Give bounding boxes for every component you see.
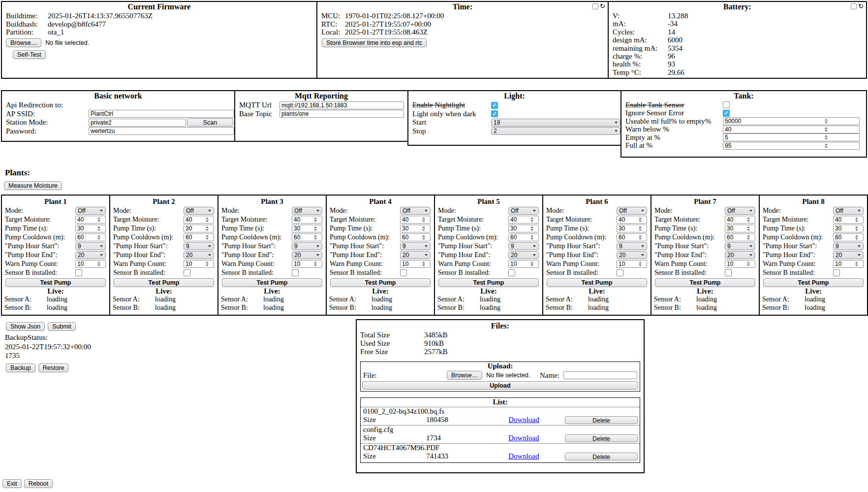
spinner-arrows-icon[interactable] — [307, 216, 322, 223]
pump-cooldown-input[interactable]: 60 — [292, 233, 322, 241]
pump-hour-start-select[interactable]: 9 — [617, 242, 647, 250]
spinner-arrows-icon[interactable] — [91, 234, 105, 241]
upload-button[interactable]: Upload — [362, 381, 638, 390]
useable-ml-input[interactable]: 50000 — [723, 117, 860, 125]
delete-button[interactable]: Delete — [565, 416, 638, 424]
password-input[interactable] — [89, 127, 234, 135]
sensor-b-installed-checkbox[interactable] — [400, 269, 407, 276]
pump-cooldown-input[interactable]: 60 — [184, 233, 214, 241]
measure-moisture-button[interactable]: Measure Moisture — [4, 181, 62, 190]
spinner-arrows-icon[interactable] — [740, 234, 755, 241]
show-json-button[interactable]: Show Json — [6, 322, 45, 331]
test-pump-button[interactable]: Test Pump — [330, 278, 431, 287]
target-moisture-input[interactable]: 40 — [833, 216, 864, 224]
pump-time-input[interactable]: 30 — [400, 225, 431, 232]
spinner-arrows-icon[interactable] — [791, 118, 859, 125]
spinner-arrows-icon[interactable] — [199, 261, 214, 267]
pump-hour-end-select[interactable]: 20 — [508, 251, 539, 259]
target-moisture-input[interactable]: 40 — [725, 216, 755, 224]
mode-select[interactable]: Off — [725, 207, 755, 215]
download-link[interactable]: Download — [508, 416, 539, 424]
light-start-select[interactable]: 19 — [491, 119, 620, 127]
pump-cooldown-input[interactable]: 60 — [400, 233, 431, 241]
spinner-arrows-icon[interactable] — [632, 261, 647, 267]
spinner-arrows-icon[interactable] — [848, 261, 863, 267]
upload-name-input[interactable] — [563, 371, 637, 379]
restore-button[interactable]: Restore — [38, 363, 69, 372]
upload-browse-button[interactable]: Browse… — [447, 371, 482, 380]
download-link[interactable]: Download — [508, 434, 539, 442]
spinner-arrows-icon[interactable] — [199, 216, 214, 223]
pump-time-input[interactable]: 30 — [184, 225, 214, 232]
pump-cooldown-input[interactable]: 60 — [508, 233, 539, 241]
test-pump-button[interactable]: Test Pump — [222, 278, 322, 287]
battery-auto-refresh-checkbox[interactable] — [851, 3, 857, 9]
target-moisture-input[interactable]: 40 — [508, 216, 539, 224]
spinner-arrows-icon[interactable] — [791, 142, 859, 149]
spinner-arrows-icon[interactable] — [740, 261, 755, 267]
mode-select[interactable]: Off — [617, 207, 647, 215]
test-pump-button[interactable]: Test Pump — [547, 278, 647, 287]
spinner-arrows-icon[interactable] — [415, 234, 430, 241]
test-pump-button[interactable]: Test Pump — [114, 278, 214, 287]
pump-time-input[interactable]: 30 — [725, 225, 755, 232]
pump-time-input[interactable]: 30 — [508, 225, 539, 232]
pump-time-input[interactable]: 30 — [292, 225, 322, 232]
time-auto-refresh-checkbox[interactable] — [592, 3, 598, 9]
warn-pump-count-input[interactable]: 10 — [400, 260, 431, 268]
pump-hour-end-select[interactable]: 20 — [617, 251, 647, 259]
pump-time-input[interactable]: 30 — [833, 225, 864, 232]
warn-pump-count-input[interactable]: 10 — [833, 260, 864, 268]
spinner-arrows-icon[interactable] — [524, 225, 538, 232]
empty-at-input[interactable]: 5 — [723, 133, 860, 141]
pump-cooldown-input[interactable]: 60 — [75, 233, 106, 241]
spinner-arrows-icon[interactable] — [848, 216, 863, 223]
mqtt-url-input[interactable] — [279, 101, 404, 109]
target-moisture-input[interactable]: 40 — [617, 216, 647, 224]
reboot-button[interactable]: Reboot — [24, 479, 53, 488]
store-browser-time-button[interactable]: Store Browser time into esp and rtc — [322, 38, 427, 47]
spinner-arrows-icon[interactable] — [307, 234, 322, 241]
spinner-arrows-icon[interactable] — [199, 225, 214, 232]
sensor-b-installed-checkbox[interactable] — [617, 269, 623, 276]
mode-select[interactable]: Off — [833, 207, 864, 215]
light-stop-select[interactable]: 2 — [491, 127, 620, 135]
spinner-arrows-icon[interactable] — [199, 234, 214, 241]
spinner-arrows-icon[interactable] — [632, 225, 647, 232]
spinner-arrows-icon[interactable] — [791, 134, 859, 141]
spinner-arrows-icon[interactable] — [740, 216, 755, 223]
spinner-arrows-icon[interactable] — [848, 225, 863, 232]
pump-hour-end-select[interactable]: 20 — [833, 251, 864, 259]
spinner-arrows-icon[interactable] — [740, 225, 755, 232]
sensor-b-installed-checkbox[interactable] — [184, 269, 190, 276]
enable-nightlight-checkbox[interactable] — [491, 102, 498, 109]
spinner-arrows-icon[interactable] — [415, 225, 430, 232]
test-pump-button[interactable]: Test Pump — [5, 278, 106, 287]
battery-refresh-icon[interactable]: ↻ — [858, 3, 864, 9]
pump-hour-start-select[interactable]: 9 — [833, 242, 864, 250]
spinner-arrows-icon[interactable] — [91, 216, 105, 223]
warn-pump-count-input[interactable]: 10 — [617, 260, 647, 268]
pump-hour-start-select[interactable]: 9 — [292, 242, 322, 250]
mode-select[interactable]: Off — [508, 207, 539, 215]
mode-select[interactable]: Off — [75, 207, 106, 215]
enable-tank-sensor-checkbox[interactable] — [723, 101, 730, 108]
spinner-arrows-icon[interactable] — [632, 234, 647, 241]
exit-button[interactable]: Exit — [2, 479, 22, 488]
pump-hour-end-select[interactable]: 20 — [725, 251, 755, 259]
download-link[interactable]: Download — [508, 452, 539, 460]
spinner-arrows-icon[interactable] — [524, 261, 538, 267]
pump-hour-end-select[interactable]: 20 — [75, 251, 106, 259]
warn-pump-count-input[interactable]: 10 — [292, 260, 322, 268]
mode-select[interactable]: Off — [184, 207, 214, 215]
pump-time-input[interactable]: 30 — [75, 225, 106, 232]
spinner-arrows-icon[interactable] — [415, 216, 430, 223]
pump-hour-start-select[interactable]: 9 — [75, 242, 106, 250]
firmware-browse-button[interactable]: Browse… — [6, 38, 41, 47]
target-moisture-input[interactable]: 40 — [292, 216, 322, 224]
spinner-arrows-icon[interactable] — [791, 126, 859, 133]
time-refresh-icon[interactable]: ↻ — [600, 3, 605, 9]
ignore-sensor-error-checkbox[interactable] — [723, 110, 730, 117]
pump-hour-start-select[interactable]: 9 — [508, 242, 539, 250]
pump-hour-end-select[interactable]: 20 — [292, 251, 322, 259]
